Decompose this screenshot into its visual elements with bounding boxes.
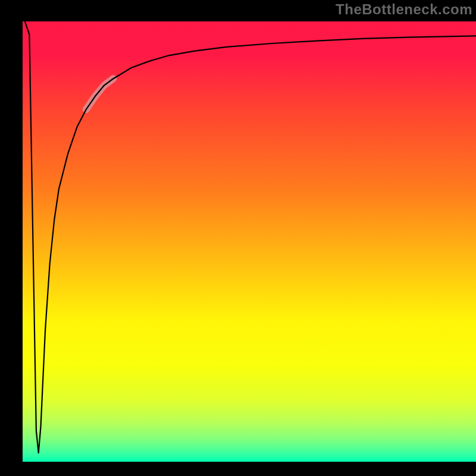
gradient-background: [23, 21, 476, 462]
chart-stage: TheBottleneck.com: [0, 0, 476, 476]
bottleneck-chart: [23, 21, 476, 462]
watermark-text: TheBottleneck.com: [336, 1, 472, 18]
